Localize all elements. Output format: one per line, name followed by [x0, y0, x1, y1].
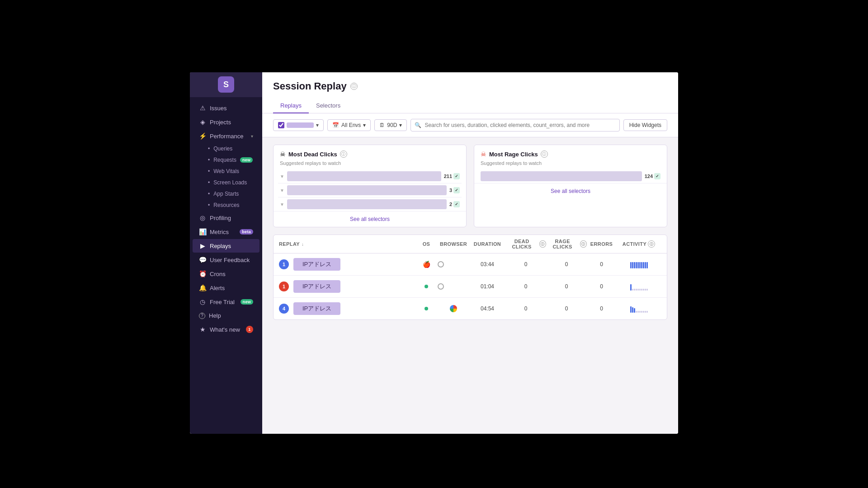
envs-dropdown[interactable]: 📅 All Envs ▾	[327, 119, 371, 131]
sidebar-item-issues[interactable]: ⚠ Issues	[193, 101, 259, 115]
replay-cell: 1 IPアドレス	[279, 258, 415, 271]
rage-click-icon: ☠	[481, 150, 486, 158]
sidebar-item-label: Projects	[210, 119, 253, 126]
activity-bar	[637, 262, 639, 268]
bar	[287, 185, 447, 195]
sidebar-item-label: Resources	[213, 202, 239, 208]
widget-row: 124 ✓	[479, 169, 662, 183]
duration-cell: 03:44	[469, 261, 505, 267]
activity-bar	[643, 311, 644, 313]
expand-icon[interactable]: ▼	[280, 174, 284, 179]
col-header-errors: ERRORS	[587, 241, 616, 247]
sidebar-item-alerts[interactable]: 🔔 Alerts	[193, 281, 259, 295]
sidebar-item-label: Issues	[210, 105, 253, 112]
crons-icon: ⏰	[199, 270, 206, 277]
duration-dropdown[interactable]: 🗓 90D ▾	[374, 119, 407, 131]
envs-label: All Envs	[341, 122, 361, 128]
sidebar-item-screen-loads[interactable]: • Screen Loads	[193, 177, 259, 188]
chevron-down-icon: ▾	[316, 122, 319, 128]
sidebar-item-label: What's new	[210, 326, 242, 333]
browser-cell	[438, 261, 469, 267]
errors-cell: 0	[587, 305, 616, 312]
sidebar-item-profiling[interactable]: ◎ Profiling	[193, 211, 259, 225]
activity-bar	[639, 262, 641, 268]
rage-clicks-cell: 0	[546, 283, 587, 290]
sidebar-item-projects[interactable]: ◈ Projects	[193, 115, 259, 129]
filter-checkbox[interactable]	[278, 122, 284, 128]
dead-clicks-see-all[interactable]: See all selectors	[274, 211, 466, 227]
activity-bar	[636, 289, 637, 291]
activity-bar	[641, 262, 642, 268]
sidebar-nav: ⚠ Issues ◈ Projects ⚡ Performance ▾ • Qu…	[190, 97, 262, 434]
profiling-icon: ◎	[199, 214, 206, 221]
col-header-replay[interactable]: REPLAY ↓	[279, 241, 415, 247]
sidebar-item-app-starts[interactable]: • App Starts	[193, 188, 259, 199]
widget-row: ▼ 211 ✓	[278, 169, 462, 183]
sidebar-item-whats-new[interactable]: ★ What's new 1	[193, 323, 259, 336]
dead-clicks-title: Most Dead Clicks	[288, 151, 337, 158]
dead-clicks-cell: 0	[505, 305, 546, 312]
col-info-icon[interactable]: ⓘ	[580, 240, 587, 248]
activity-bar	[646, 262, 648, 268]
sidebar-item-label: Queries	[213, 145, 232, 152]
rage-clicks-subtitle: Suggested replays to watch	[474, 160, 667, 169]
hide-widgets-button[interactable]: Hide Widgets	[623, 119, 667, 131]
dead-clicks-cell: 0	[505, 283, 546, 290]
sidebar-item-web-vitals[interactable]: • Web Vitals	[193, 166, 259, 177]
activity-bar	[637, 289, 639, 291]
widget-row: ▼ 3 ✓	[278, 183, 462, 197]
sidebar-item-queries[interactable]: • Queries	[193, 143, 259, 154]
sidebar-item-label: Alerts	[210, 285, 253, 291]
col-info-icon[interactable]: ⓘ	[539, 240, 546, 248]
page-title: Session Replay	[273, 80, 347, 92]
sidebar-item-user-feedback[interactable]: 💬 User Feedback	[193, 253, 259, 267]
sidebar-item-label: Web Vitals	[213, 168, 239, 174]
info-icon[interactable]: ⓘ	[350, 83, 358, 90]
sidebar-item-free-trial[interactable]: ◷ Free Trial new	[193, 295, 259, 309]
sidebar-item-replays[interactable]: ▶ Replays	[193, 239, 259, 253]
sidebar-item-help[interactable]: ? Help	[193, 309, 259, 322]
activity-bar	[632, 289, 633, 291]
activity-bar	[646, 311, 648, 313]
sidebar-item-metrics[interactable]: 📊 Metrics beta	[193, 225, 259, 239]
activity-bars	[630, 305, 648, 313]
sidebar-item-resources[interactable]: • Resources	[193, 200, 259, 211]
col-info-icon[interactable]: ⓘ	[648, 240, 655, 248]
table-row[interactable]: 1 IPアドレス 01:04 0 0 0	[274, 276, 667, 298]
sidebar-item-label: Crons	[210, 271, 253, 277]
apple-icon: 🍎	[423, 261, 430, 268]
activity-bar	[641, 311, 642, 313]
dot-icon: •	[208, 168, 210, 174]
widget-info-icon[interactable]: ⓘ	[340, 150, 347, 158]
sidebar-item-performance[interactable]: ⚡ Performance ▾	[193, 129, 259, 143]
rage-clicks-widget: ☠ Most Rage Clicks ⓘ Suggested replays t…	[474, 145, 667, 227]
rage-clicks-see-all[interactable]: See all selectors	[474, 183, 667, 199]
beta-badge: beta	[240, 229, 253, 235]
sidebar-item-label: Help	[209, 312, 253, 319]
errors-cell: 0	[587, 283, 616, 290]
filter-checkbox-btn[interactable]: ▾	[273, 119, 324, 131]
issues-icon: ⚠	[199, 104, 206, 112]
replay-number: 4	[279, 304, 289, 314]
search-input[interactable]	[410, 119, 619, 131]
activity-bar	[632, 307, 633, 313]
expand-icon[interactable]: ▼	[280, 188, 284, 193]
table-row[interactable]: 4 IPアドレス 04:54 0 0 0	[274, 298, 667, 319]
tab-replays[interactable]: Replays	[273, 99, 309, 113]
expand-icon[interactable]: ▼	[280, 202, 284, 207]
activity-bars	[630, 282, 648, 291]
table-row[interactable]: 1 IPアドレス 🍎 03:44 0 0 0	[274, 253, 667, 276]
activity-cell	[616, 305, 661, 313]
free-trial-icon: ◷	[199, 298, 206, 305]
rage-clicks-title: Most Rage Clicks	[489, 151, 538, 158]
sidebar-item-requests[interactable]: • Requests new	[193, 155, 259, 165]
errors-cell: 0	[587, 261, 616, 267]
count-badge: ✓	[654, 173, 660, 179]
sidebar-item-crons[interactable]: ⏰ Crons	[193, 267, 259, 281]
replay-number: 1	[279, 259, 289, 269]
widget-info-icon[interactable]: ⓘ	[541, 150, 548, 158]
dot-icon: •	[208, 191, 210, 197]
activity-bar	[636, 311, 637, 313]
replays-table: REPLAY ↓ OS BROWSER DURATION	[273, 235, 667, 320]
tab-selectors[interactable]: Selectors	[309, 99, 348, 113]
